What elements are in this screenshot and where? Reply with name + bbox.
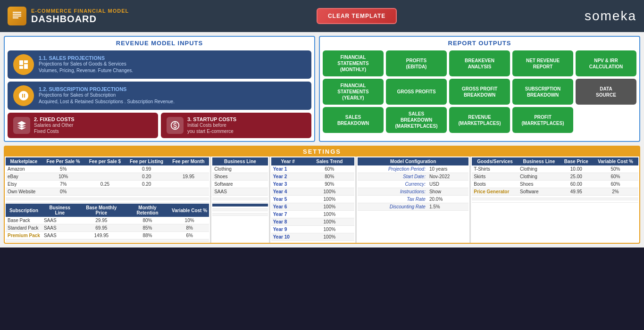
sales-projections-card[interactable]: 1.1. SALES PROJECTIONS Projections for S… (8, 50, 311, 79)
revenue-inputs-panel: REVENUE MODEL INPUTS 1.1. SALES PROJECTI… (4, 36, 315, 142)
revenue-marketplaces-button[interactable]: REVENUE(MARKETPLACES) (449, 107, 510, 133)
sales-breakdown-button[interactable]: SALESBREAKDOWN (323, 107, 384, 133)
subscription-breakdown-button[interactable]: SUBSCRIPTIONBREAKDOWN (512, 79, 573, 105)
table-row: Own Website0% (6, 188, 209, 196)
fixed-costs-card[interactable]: 2. FIXED COSTS Salaries and Other Fixed … (8, 113, 158, 138)
breakeven-analysis-button[interactable]: BREAKEVENANALYSIS (449, 50, 510, 76)
table-row: Clothing (212, 165, 268, 173)
clear-template-button[interactable]: CLEAR TEMPLATE (317, 8, 397, 24)
col-base-price: Base Price (560, 157, 593, 165)
subscription-projections-icon (13, 85, 34, 106)
revenue-inputs-title: REVENUE MODEL INPUTS (8, 40, 311, 47)
table-row: Amazon5%0.99 (6, 165, 209, 173)
dashboard-title: DASHBOARD (31, 14, 129, 25)
year-row: Year 160% (271, 165, 354, 173)
table-row: Base PackSAAS29.9580%10% (6, 217, 209, 224)
profit-marketplaces-button[interactable]: PROFIT(MARKETPLACES) (512, 107, 573, 133)
settings-content: Marketplace Fee Per Sale % Fee per Sale … (5, 157, 639, 243)
years-table: Year # Sales Trend Year 160% Year 280% Y… (271, 157, 354, 241)
startup-costs-desc1: Initial Costs before (187, 122, 236, 128)
config-row: Tax Rate20.0% (358, 196, 468, 203)
table-row: SkirtsClothing25.0060% (472, 173, 638, 181)
marketplace-table-section: Marketplace Fee Per Sale % Fee per Sale … (5, 157, 210, 243)
fixed-costs-title: 2. FIXED COSTS (34, 116, 75, 122)
model-config-table: Model Configuration Projection Period:10… (358, 157, 468, 211)
config-row: Currency:USD (358, 181, 468, 188)
npv-irr-button[interactable]: NPV & IRRCALCULATION (576, 50, 636, 76)
table-row (6, 200, 209, 203)
subscription-table: Subscription Business Line Base Monthly … (6, 204, 209, 242)
business-line-section: Business Line Clothing Shoes Software SA… (211, 157, 269, 243)
table-row: SAAS (212, 188, 268, 196)
marketplace-table: Marketplace Fee Per Sale % Fee per Sale … (6, 157, 209, 203)
config-row: Start Date:Nov-2022 (358, 173, 468, 181)
col-base-monthly-price: Base Monthly Price (78, 204, 125, 217)
year-row: Year 390% (271, 181, 354, 188)
col-business-line: Business Line (42, 204, 78, 217)
col-marketplace: Marketplace (6, 157, 42, 165)
data-source-button[interactable]: DATASOURCE (576, 79, 636, 105)
col-business-line-header: Business Line (212, 157, 268, 165)
table-row (472, 200, 638, 203)
report-buttons-grid: FINANCIALSTATEMENTS(MONTHLY) PROFITS(EBI… (323, 50, 636, 133)
two-column-layout: REVENUE MODEL INPUTS 1.1. SALES PROJECTI… (4, 36, 640, 142)
table-row: T-ShirtsClothing10.0050% (472, 165, 638, 173)
table-row (212, 200, 268, 203)
startup-costs-card[interactable]: 3. STARTUP COSTS Initial Costs before yo… (161, 113, 311, 138)
col-fee-per-month: Fee per Month (168, 157, 209, 165)
report-outputs-title: REPORT OUTPUTS (323, 40, 636, 47)
subscription-projections-title: 1.2. SUBSCRIPTION PROJECTIONS (39, 86, 175, 92)
col-goods-services: Goods/Services (472, 157, 518, 165)
sales-breakdown-marketplaces-button[interactable]: SALESBREAKDOWN(MARKETPLACES) (386, 107, 447, 133)
config-row: Projection Period:10 years (358, 165, 468, 173)
sales-projections-text: 1.1. SALES PROJECTIONS Projections for S… (39, 55, 133, 74)
col-fee-per-sale-dollar: Fee per Sale $ (84, 157, 125, 165)
year-row: Year 9100% (271, 226, 354, 233)
startup-costs-icon (167, 117, 184, 134)
goods-table-section: Goods/Services Business Line Base Price … (471, 157, 639, 243)
financial-statements-yearly-button[interactable]: FINANCIALSTATEMENTS(YEARLY) (323, 79, 384, 105)
table-row: Standard PackSAAS69.9585%8% (6, 224, 209, 232)
net-revenue-report-button[interactable]: NET REVENUEREPORT (512, 50, 573, 76)
table-row: Software (212, 181, 268, 188)
col-goods-variable-cost: Variable Cost % (593, 157, 638, 165)
col-model-config: Model Configuration (358, 157, 468, 165)
table-row (212, 214, 268, 216)
table-row: Price GeneratorSoftware49.952% (472, 188, 638, 196)
main-content: REVENUE MODEL INPUTS 1.1. SALES PROJECTI… (0, 32, 644, 248)
sales-projections-desc1: Projections for Sales of Goods & Service… (39, 61, 133, 67)
settings-title: SETTINGS (5, 147, 639, 157)
financial-statements-monthly-button[interactable]: FINANCIALSTATEMENTS(MONTHLY) (323, 50, 384, 76)
year-row: Year 7100% (271, 211, 354, 218)
fixed-costs-desc2: Fixed Costs (34, 128, 75, 134)
someka-logo: someka (585, 8, 636, 24)
gross-profits-button[interactable]: GROSS PROFITS (386, 79, 447, 105)
profits-ebitda-button[interactable]: PROFITS(EBITDA) (386, 50, 447, 76)
startup-costs-desc2: you start E-commerce (187, 128, 236, 134)
col-monthly-retention: Monthly Retention (125, 204, 170, 217)
subscription-projections-card[interactable]: 1.2. SUBSCRIPTION PROJECTIONS Projection… (8, 82, 311, 110)
col-variable-cost-pct: Variable Cost % (170, 204, 209, 217)
table-row: eBay10%0.2019.95 (6, 173, 209, 181)
table-row: Shoes (212, 173, 268, 181)
col-subscription: Subscription (6, 204, 42, 217)
startup-costs-text: 3. STARTUP COSTS Initial Costs before yo… (187, 116, 236, 134)
year-row: Year 6100% (271, 203, 354, 211)
bottom-cards: 2. FIXED COSTS Salaries and Other Fixed … (8, 113, 311, 138)
col-year-num: Year # (271, 157, 305, 165)
col-fee-per-sale-pct: Fee Per Sale % (42, 157, 84, 165)
col-sales-trend: Sales Trend (305, 157, 355, 165)
year-row: Year 280% (271, 173, 354, 181)
model-config-section: Model Configuration Projection Period:10… (357, 157, 469, 243)
subscription-projections-desc1: Projections for Sakes of Subscription (39, 92, 175, 99)
subscription-projections-desc2: Acquired, Lost & Retained Subscriptions … (39, 99, 175, 105)
config-row: Discounting Rate1.5% (358, 203, 468, 211)
business-line-table: Business Line Clothing Shoes Software SA… (212, 157, 268, 203)
header-titles: E-COMMERCE FINANCIAL MODEL DASHBOARD (31, 8, 129, 25)
year-row: Year 10100% (271, 233, 354, 241)
table-row: Premium PackSAAS149.9588%6% (6, 232, 209, 239)
fixed-costs-text: 2. FIXED COSTS Salaries and Other Fixed … (34, 116, 75, 134)
gross-profit-breakdown-button[interactable]: GROSS PROFITBREAKDOWN (449, 79, 510, 105)
year-row: Year 5100% (271, 196, 354, 203)
startup-costs-title: 3. STARTUP COSTS (187, 116, 236, 122)
